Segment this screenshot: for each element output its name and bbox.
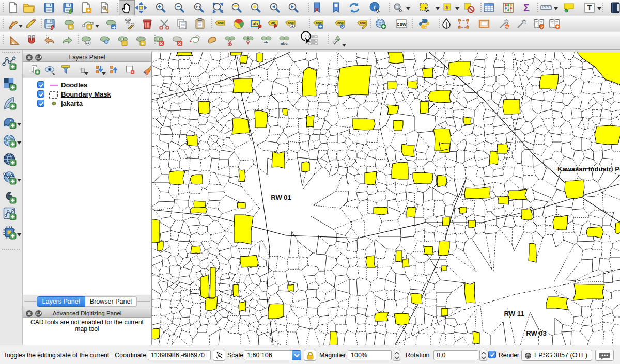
svg-text:✦: ✦ bbox=[86, 8, 90, 13]
svg-text:RW 11: RW 11 bbox=[504, 310, 524, 318]
svg-text:abc: abc bbox=[218, 21, 224, 25]
svg-text:✕: ✕ bbox=[178, 41, 182, 46]
svg-text:➜: ➜ bbox=[112, 25, 116, 30]
svg-text:CSW: CSW bbox=[397, 22, 407, 27]
svg-text:✦: ✦ bbox=[87, 25, 91, 30]
svg-text:abc: abc bbox=[316, 21, 322, 25]
svg-text:abc: abc bbox=[281, 41, 288, 46]
svg-text:✦: ✦ bbox=[69, 25, 73, 30]
svg-text:Kawasan Industri Pe: Kawasan Industri Pe bbox=[557, 165, 620, 173]
svg-text:T: T bbox=[587, 4, 592, 12]
svg-text:ε: ε bbox=[445, 4, 448, 11]
svg-text:Σ: Σ bbox=[523, 2, 530, 13]
svg-text:RW 03: RW 03 bbox=[526, 329, 547, 337]
svg-text:1:1: 1:1 bbox=[195, 5, 200, 9]
svg-text:%: % bbox=[505, 25, 509, 29]
svg-text:✕: ✕ bbox=[159, 41, 163, 46]
svg-text:abc: abc bbox=[288, 21, 294, 25]
svg-text:abc: abc bbox=[360, 21, 366, 25]
svg-text:ab: ab bbox=[253, 21, 258, 26]
svg-text:✦: ✦ bbox=[141, 41, 145, 46]
svg-text:RW 01: RW 01 bbox=[271, 194, 291, 201]
svg-text:abc: abc bbox=[337, 21, 344, 25]
svg-text:ab: ab bbox=[271, 21, 275, 25]
svg-text:◌: ◌ bbox=[123, 41, 126, 46]
